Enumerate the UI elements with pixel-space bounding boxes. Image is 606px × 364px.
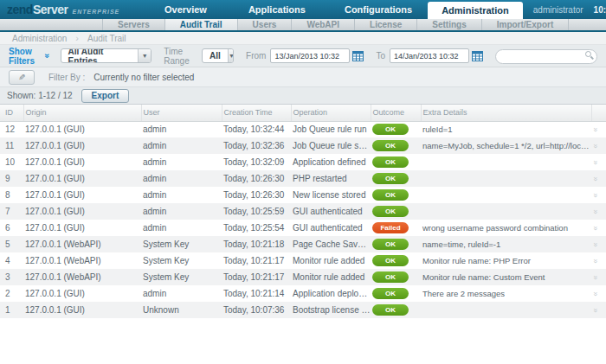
to-date-input[interactable] [390,48,469,63]
breadcrumb-administration[interactable]: Administration [12,34,67,43]
cell-user: admin [141,170,222,187]
cell-operation: New license stored [291,187,371,203]
logo-edition: ENTERPRISE [72,9,119,15]
search-input[interactable] [495,49,597,64]
expand-row-icon[interactable]: » [591,176,600,181]
calendar-icon[interactable] [472,50,483,61]
outcome-badge: OK [372,124,409,135]
subnav-license[interactable]: License [355,19,417,30]
audit-table-body: 12 127.0.0.1 (GUI) admin Today, 10:32:44… [0,121,606,318]
expand-row-icon[interactable]: » [591,308,600,312]
cell-operation: Monitor rule added [291,269,371,285]
cell-expander: » [591,170,606,187]
chevron-down-double-icon: » [42,54,52,59]
outcome-badge: OK [372,140,409,151]
table-row: 5 127.0.0.1 (WebAPI) System Key Today, 1… [0,236,606,252]
subnav-settings[interactable]: Settings [417,19,481,30]
cell-operation: Job Queue rule saved [291,137,371,154]
table-row: 7 127.0.0.1 (GUI) admin Today, 10:25:59 … [0,203,606,220]
nav-applications[interactable]: Applications [248,4,306,15]
table-row: 8 127.0.0.1 (GUI) admin Today, 10:26:30 … [0,187,606,203]
outcome-badge: OK [372,206,409,217]
col-header-operation[interactable]: Operation [291,105,371,121]
cell-user: admin [141,187,222,203]
subnav-audit-trail[interactable]: Audit Trail [165,19,238,30]
expand-row-icon[interactable]: » [591,291,600,296]
outcome-badge: OK [372,304,409,316]
col-header-outcome[interactable]: Outcome [371,105,421,121]
cell-expander: » [591,121,606,137]
table-row: 9 127.0.0.1 (GUI) admin Today, 10:26:30 … [0,170,606,187]
cell-details: wrong username password combination [421,220,591,236]
cell-expander: » [591,220,606,236]
cell-origin: 127.0.0.1 (GUI) [23,170,141,187]
col-header-creation-time[interactable]: Creation Time [222,105,291,121]
cell-id: 3 [0,269,23,285]
expand-row-icon[interactable]: » [591,193,600,197]
outcome-badge: OK [372,156,409,168]
pencil-icon: ✎ [18,73,25,82]
outcome-badge: OK [372,255,409,266]
col-header-id[interactable]: ID [0,105,23,121]
cell-expander: » [591,302,606,318]
cell-details: name=time, ruleId=-1 [421,236,591,252]
cell-time: Today, 10:25:59 [222,203,291,220]
cell-expander: » [591,137,606,154]
show-filters-link[interactable]: Show Filters » [9,47,50,66]
cell-user: admin [141,203,222,220]
expand-row-icon[interactable]: » [591,128,600,132]
cell-outcome: OK [371,269,421,285]
col-header-origin[interactable]: Origin [23,105,141,121]
subnav-servers[interactable]: Servers [102,19,165,30]
col-header-extra-details[interactable]: Extra Details [421,105,591,121]
cell-origin: 127.0.0.1 (GUI) [23,187,141,203]
expand-row-icon[interactable]: » [591,160,600,164]
cell-outcome: OK [371,236,421,252]
nav-overview[interactable]: Overview [164,4,207,15]
from-date-input[interactable] [270,48,350,63]
cell-id: 9 [0,170,23,187]
expand-row-icon[interactable]: » [591,275,600,279]
audit-entries-dropdown[interactable]: All Audit Entries ▼ [61,48,152,63]
cell-operation: GUI authenticated [291,203,371,220]
nav-configurations[interactable]: Configurations [345,4,412,15]
cell-id: 1 [0,302,23,318]
expand-row-icon[interactable]: » [591,209,600,214]
nav-administration-active-tab[interactable]: Administration [428,2,523,19]
subnav-webapi[interactable]: WebAPI [292,19,355,30]
cell-time: Today, 10:21:18 [222,236,291,252]
cell-details: name=MyJob, schedule=1 */2, url=http://l… [421,137,591,154]
cell-user: admin [141,285,222,302]
chevron-down-icon[interactable]: ▼ [138,49,151,62]
time-range-dropdown[interactable]: All ▼ [202,48,234,63]
clock: 10:33 [594,5,606,15]
col-header-user[interactable]: User [141,105,222,121]
filter-by-bar: ✎ Filter By : Currently no filter select… [0,67,606,86]
outcome-badge: OK [372,189,409,201]
cell-user: System Key [141,236,222,252]
cell-details: There are 2 messages [421,285,591,302]
filter-by-label: Filter By : [48,73,85,82]
table-row: 10 127.0.0.1 (GUI) admin Today, 10:32:09… [0,154,606,170]
cell-expander: » [591,187,606,203]
subnav-import-export[interactable]: Import/Export [482,19,570,30]
cell-time: Today, 10:21:14 [222,285,291,302]
chevron-down-icon[interactable]: ▼ [228,49,234,62]
expand-row-icon[interactable]: » [591,226,600,230]
cell-time: Today, 10:21:17 [222,252,291,269]
export-button[interactable]: Export [81,89,130,103]
calendar-icon[interactable] [352,50,364,61]
cell-id: 2 [0,285,23,302]
filter-status-text: Currently no filter selected [93,73,194,82]
cell-expander: » [591,252,606,269]
cell-operation: Monitor rule added [291,252,371,269]
edit-filter-button[interactable]: ✎ [9,70,35,85]
subnav-users[interactable]: Users [238,19,293,30]
expand-row-icon[interactable]: » [591,144,600,148]
expand-row-icon[interactable]: » [591,242,600,246]
cell-outcome: OK [371,285,421,302]
cell-details: ruleId=1 [421,121,591,137]
expand-row-icon[interactable]: » [591,259,600,263]
table-row: 6 127.0.0.1 (GUI) admin Today, 10:25:54 … [0,220,606,236]
table-row: 4 127.0.0.1 (WebAPI) System Key Today, 1… [0,252,606,269]
